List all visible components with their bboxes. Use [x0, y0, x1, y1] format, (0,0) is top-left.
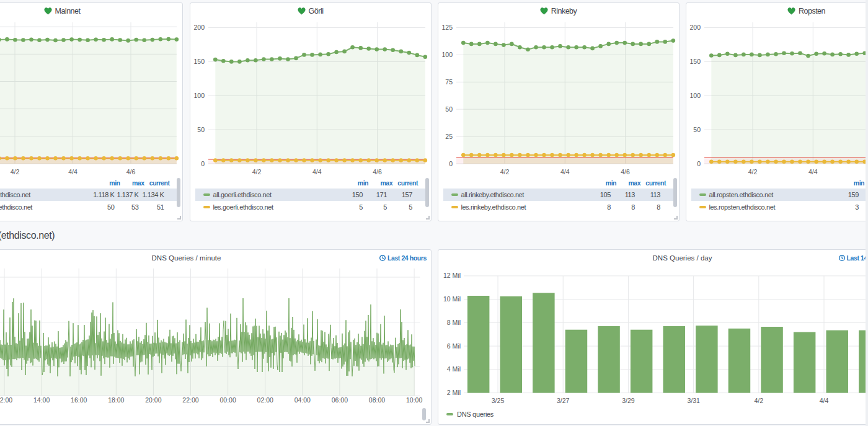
- svg-text:75: 75: [445, 78, 453, 86]
- svg-text:3/25: 3/25: [491, 396, 504, 404]
- svg-text:04:00: 04:00: [294, 396, 311, 403]
- svg-text:125: 125: [441, 24, 453, 31]
- svg-text:8 Mil: 8 Mil: [446, 318, 460, 326]
- svg-text:50: 50: [445, 105, 453, 113]
- svg-text:4/4: 4/4: [312, 168, 321, 175]
- svg-text:4/2: 4/2: [11, 168, 20, 175]
- svg-text:3/31: 3/31: [687, 396, 700, 404]
- svg-text:4/4: 4/4: [819, 396, 828, 404]
- svg-text:00:00: 00:00: [219, 396, 236, 403]
- svg-text:200: 200: [689, 24, 701, 31]
- svg-text:0: 0: [201, 160, 205, 167]
- svg-text:4/6: 4/6: [621, 168, 630, 175]
- svg-text:10:00: 10:00: [406, 396, 422, 403]
- svg-text:100: 100: [689, 92, 701, 99]
- svg-text:14:00: 14:00: [33, 396, 50, 403]
- svg-text:4/4: 4/4: [68, 168, 78, 175]
- svg-text:100: 100: [193, 92, 205, 99]
- svg-text:4/4: 4/4: [808, 168, 817, 175]
- svg-text:0: 0: [449, 160, 453, 167]
- svg-text:20:00: 20:00: [145, 396, 161, 403]
- svg-text:4/6: 4/6: [373, 168, 382, 175]
- svg-text:50: 50: [197, 126, 205, 133]
- svg-text:18:00: 18:00: [108, 396, 124, 403]
- svg-text:12 Mil: 12 Mil: [443, 272, 460, 279]
- svg-text:2 Mil: 2 Mil: [446, 389, 460, 396]
- svg-text:6 Mil: 6 Mil: [446, 342, 460, 349]
- svg-text:25: 25: [445, 133, 453, 140]
- svg-text:4 Mil: 4 Mil: [446, 365, 460, 373]
- svg-text:10 Mil: 10 Mil: [443, 295, 460, 303]
- svg-text:4/2: 4/2: [500, 168, 509, 175]
- svg-text:150: 150: [193, 58, 205, 65]
- svg-text:50: 50: [693, 126, 701, 133]
- svg-text:4/2: 4/2: [252, 168, 261, 175]
- svg-text:08:00: 08:00: [369, 396, 385, 403]
- svg-text:4/4: 4/4: [560, 168, 569, 175]
- svg-text:22:00: 22:00: [182, 396, 198, 403]
- svg-text:4/6: 4/6: [126, 168, 136, 175]
- svg-text:4/2: 4/2: [754, 396, 763, 404]
- svg-text:200: 200: [193, 24, 205, 31]
- svg-text:3/27: 3/27: [556, 396, 569, 404]
- svg-text:3/29: 3/29: [622, 396, 635, 404]
- svg-text:150: 150: [689, 58, 701, 65]
- svg-text:16:00: 16:00: [71, 396, 87, 403]
- svg-text:02:00: 02:00: [257, 396, 273, 403]
- svg-text:0: 0: [697, 160, 701, 167]
- svg-text:06:00: 06:00: [332, 396, 348, 403]
- svg-text:4/2: 4/2: [748, 168, 757, 175]
- svg-text:100: 100: [441, 51, 453, 58]
- svg-text:12:00: 12:00: [0, 396, 12, 403]
